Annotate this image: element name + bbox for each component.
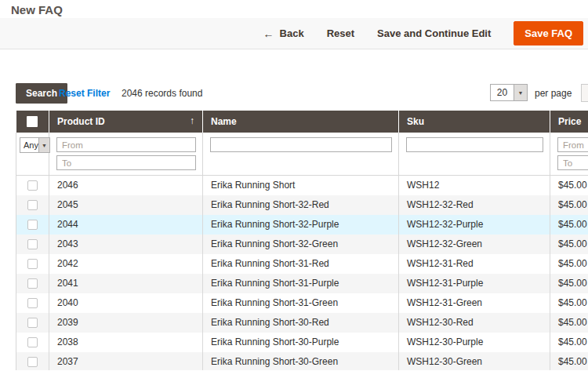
cell-product-id: 2043	[49, 235, 203, 254]
filter-cell-sku	[399, 133, 550, 176]
reset-button-label: Reset	[327, 27, 354, 39]
per-page-label: per page	[535, 88, 572, 99]
reset-filter-link[interactable]: Reset Filter	[59, 88, 110, 99]
grid-controls: Search Reset Filter 2046 records found 2…	[0, 82, 588, 103]
cell-name: Erika Running Short-32-Purple	[203, 215, 399, 235]
back-button[interactable]: ← Back	[263, 27, 304, 40]
cell-price: $45.00	[550, 293, 588, 313]
row-checkbox[interactable]	[27, 298, 38, 308]
header-cell-product-id[interactable]: Product ID ↑	[49, 111, 203, 133]
cell-sku: WSH12-31-Red	[399, 254, 550, 274]
cell-sku: WSH12-31-Green	[399, 293, 550, 313]
row-select-cell	[16, 176, 49, 195]
cell-sku: WSH12-30-Red	[399, 313, 550, 333]
cell-product-id: 2040	[49, 293, 203, 313]
row-checkbox[interactable]	[27, 200, 38, 210]
header-cell-sku[interactable]: Sku	[399, 111, 550, 133]
cell-price: $45.00	[550, 274, 588, 293]
cell-sku: WSH12	[399, 176, 550, 195]
cell-product-id: 2037	[49, 352, 203, 371]
page-title: New FAQ	[11, 3, 63, 16]
cell-price: $45.00	[550, 215, 588, 235]
cell-product-id: 2045	[49, 195, 203, 215]
cell-price: $45.00	[550, 333, 588, 352]
name-filter-input[interactable]	[210, 137, 392, 152]
table-row[interactable]: 2044 Erika Running Short-32-Purple WSH12…	[16, 215, 588, 235]
select-match-dropdown[interactable]: Any ▼	[20, 137, 50, 153]
product-grid: Product ID ↑ Name Sku Price Any ▼	[16, 111, 588, 370]
cell-sku: WSH12-32-Red	[399, 195, 550, 215]
page: New FAQ ← Back Reset Save and Continue E…	[0, 0, 588, 371]
save-faq-button[interactable]: Save FAQ	[514, 21, 583, 45]
cell-price: $45.00	[550, 176, 588, 195]
table-row[interactable]: 2046 Erika Running Short WSH12 $45.00	[16, 176, 588, 195]
cell-name: Erika Running Short	[203, 176, 399, 195]
product-id-to-input[interactable]	[56, 155, 196, 170]
table-row[interactable]: 2042 Erika Running Short-31-Red WSH12-31…	[16, 254, 588, 274]
table-header-row: Product ID ↑ Name Sku Price	[16, 111, 588, 133]
row-select-cell	[16, 293, 49, 313]
cell-sku: WSH12-31-Purple	[399, 274, 550, 293]
per-page-select[interactable]: 20 ▼	[490, 84, 528, 101]
row-select-cell	[16, 195, 49, 215]
table-row[interactable]: 2041 Erika Running Short-31-Purple WSH12…	[16, 274, 588, 293]
table-row[interactable]: 2043 Erika Running Short-32-Green WSH12-…	[16, 235, 588, 254]
table-row[interactable]: 2037 Erika Running Short-30-Green WSH12-…	[16, 352, 588, 371]
row-checkbox[interactable]	[27, 220, 38, 230]
row-select-cell	[16, 235, 49, 254]
sort-asc-icon: ↑	[190, 115, 194, 126]
cell-name: Erika Running Short-30-Purple	[203, 333, 399, 352]
cell-sku: WSH12-32-Purple	[399, 215, 550, 235]
cell-sku: WSH12-30-Purple	[399, 333, 550, 352]
table-row[interactable]: 2045 Erika Running Short-32-Red WSH12-32…	[16, 195, 588, 215]
row-select-cell	[16, 313, 49, 333]
cell-price: $45.00	[550, 254, 588, 274]
cell-price: $45.00	[550, 235, 588, 254]
cell-name: Erika Running Short-32-Green	[203, 235, 399, 254]
row-select-cell	[16, 352, 49, 371]
table-row[interactable]: 2039 Erika Running Short-30-Red WSH12-30…	[16, 313, 588, 333]
reset-button[interactable]: Reset	[327, 27, 354, 39]
filter-cell-name	[203, 133, 399, 176]
select-match-value: Any	[20, 138, 38, 152]
row-checkbox[interactable]	[27, 180, 38, 191]
header-cell-price[interactable]: Price	[550, 111, 588, 133]
pagination-prev-button[interactable]	[581, 84, 588, 102]
cell-price: $45.00	[550, 352, 588, 371]
filter-cell-select: Any ▼	[16, 133, 49, 176]
row-checkbox[interactable]	[27, 239, 38, 249]
row-checkbox[interactable]	[27, 259, 38, 269]
caret-down-icon: ▼	[514, 85, 527, 100]
header-cell-name[interactable]: Name	[203, 111, 399, 133]
cell-product-id: 2038	[49, 333, 203, 352]
select-all-checkbox[interactable]	[27, 116, 38, 127]
cell-name: Erika Running Short-31-Red	[203, 254, 399, 274]
price-to-input[interactable]	[557, 155, 588, 170]
cell-price: $45.00	[550, 313, 588, 333]
product-id-from-input[interactable]	[56, 137, 196, 152]
table-row[interactable]: 2040 Erika Running Short-31-Green WSH12-…	[16, 293, 588, 313]
cell-name: Erika Running Short-31-Green	[203, 293, 399, 313]
cell-name: Erika Running Short-30-Green	[203, 352, 399, 371]
cell-product-id: 2039	[49, 313, 203, 333]
row-checkbox[interactable]	[27, 318, 38, 328]
row-select-cell	[16, 254, 49, 274]
header-cell-select	[16, 111, 49, 133]
row-checkbox[interactable]	[27, 357, 38, 367]
row-select-cell	[16, 215, 49, 235]
cell-name: Erika Running Short-32-Red	[203, 195, 399, 215]
save-and-continue-button[interactable]: Save and Continue Edit	[377, 27, 491, 39]
cell-name: Erika Running Short-31-Purple	[203, 274, 399, 293]
row-checkbox[interactable]	[27, 278, 38, 289]
records-found-text: 2046 records found	[122, 88, 202, 99]
row-checkbox[interactable]	[27, 337, 38, 347]
filter-cell-product-id	[49, 133, 203, 176]
back-arrow-icon: ←	[263, 27, 274, 40]
sku-filter-input[interactable]	[406, 137, 543, 152]
table-row[interactable]: 2038 Erika Running Short-30-Purple WSH12…	[16, 333, 588, 352]
price-from-input[interactable]	[557, 137, 588, 152]
per-page-value: 20	[491, 85, 514, 100]
table-body: 2046 Erika Running Short WSH12 $45.00 20…	[16, 176, 588, 371]
filter-row: Any ▼	[16, 133, 588, 176]
filter-cell-price	[550, 133, 588, 176]
